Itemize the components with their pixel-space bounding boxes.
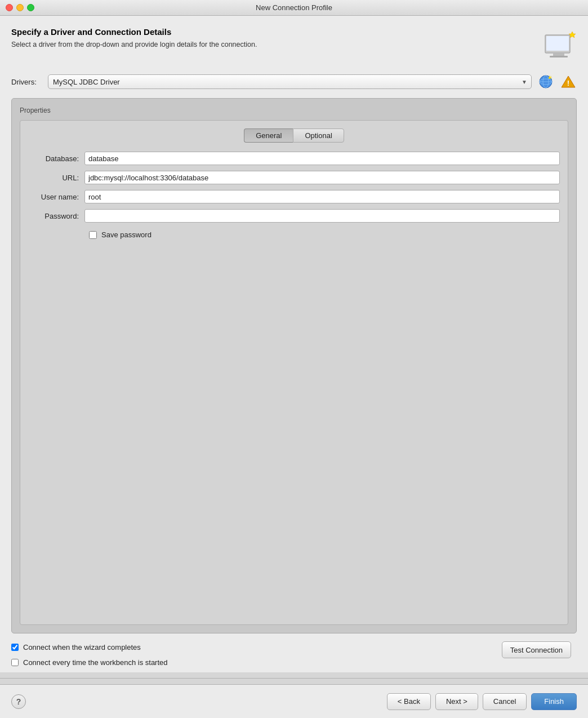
tab-general[interactable]: General: [244, 128, 293, 143]
username-label: User name:: [28, 193, 84, 201]
page-title: Specify a Driver and Connection Details: [11, 27, 257, 37]
svg-rect-1: [546, 36, 569, 51]
drivers-row: Drivers: MySQL JDBC Driver PostgreSQL JD…: [11, 73, 577, 90]
minimize-button[interactable]: [16, 4, 24, 11]
save-password-label: Save password: [101, 231, 152, 239]
connect-complete-label: Connect when the wizard completes: [23, 643, 141, 651]
database-row: Database:: [28, 152, 560, 165]
connection-options: Connect when the wizard completes Test C…: [11, 633, 577, 672]
svg-line-12: [551, 76, 551, 77]
page-description: Select a driver from the drop-down and p…: [11, 40, 257, 50]
connect-complete-row: Connect when the wizard completes Test C…: [11, 641, 577, 658]
cancel-button[interactable]: Cancel: [483, 693, 527, 710]
warning-icon: !: [561, 74, 576, 89]
main-content: Specify a Driver and Connection Details …: [0, 16, 588, 672]
password-input[interactable]: [84, 209, 560, 223]
header-text: Specify a Driver and Connection Details …: [11, 27, 257, 50]
drivers-select[interactable]: MySQL JDBC Driver PostgreSQL JDBC Driver…: [48, 74, 532, 89]
divider: [0, 678, 588, 679]
connect-start-checkbox[interactable]: [11, 659, 19, 666]
button-bar: ? < Back Next > Cancel Finish: [0, 684, 588, 718]
drivers-label: Drivers:: [11, 78, 42, 86]
globe-icon: [538, 74, 553, 89]
svg-rect-3: [550, 56, 568, 57]
svg-rect-2: [553, 53, 564, 56]
maximize-button[interactable]: [27, 4, 34, 11]
tabs-row: General Optional: [28, 128, 560, 143]
password-row: Password:: [28, 209, 560, 223]
url-label: URL:: [28, 174, 84, 182]
properties-panel: Properties General Optional Database: UR…: [11, 98, 577, 633]
title-bar: New Connection Profile: [0, 0, 588, 16]
back-button[interactable]: < Back: [387, 693, 431, 710]
driver-warning-button[interactable]: !: [560, 73, 577, 90]
url-input[interactable]: [84, 171, 560, 184]
close-button[interactable]: [6, 4, 13, 11]
help-button[interactable]: ?: [11, 694, 26, 709]
driver-globe-button[interactable]: [537, 73, 554, 90]
drivers-select-wrapper: MySQL JDBC Driver PostgreSQL JDBC Driver…: [48, 74, 532, 89]
username-input[interactable]: [84, 190, 560, 203]
connect-complete-option: Connect when the wizard completes: [11, 643, 141, 651]
connect-start-row: Connect every time the workbench is star…: [11, 658, 577, 667]
window-title: New Connection Profile: [256, 3, 332, 12]
database-label: Database:: [28, 154, 84, 163]
connect-start-label: Connect every time the workbench is star…: [23, 658, 168, 667]
svg-text:!: !: [567, 79, 569, 87]
url-row: URL:: [28, 171, 560, 184]
wizard-icon-svg: [541, 27, 577, 63]
finish-button[interactable]: Finish: [531, 693, 577, 710]
tab-optional[interactable]: Optional: [293, 128, 344, 143]
save-password-checkbox[interactable]: [89, 231, 97, 239]
svg-point-9: [549, 77, 551, 79]
traffic-lights: [6, 4, 34, 11]
properties-inner: General Optional Database: URL: User nam…: [20, 120, 568, 625]
password-label: Password:: [28, 212, 84, 220]
connect-complete-checkbox[interactable]: [11, 644, 19, 651]
next-button[interactable]: Next >: [435, 693, 478, 710]
test-connection-button[interactable]: Test Connection: [502, 641, 571, 658]
save-password-row: Save password: [89, 231, 560, 239]
username-row: User name:: [28, 190, 560, 203]
wizard-icon: [541, 27, 577, 63]
header-section: Specify a Driver and Connection Details …: [11, 27, 577, 63]
database-input[interactable]: [84, 152, 560, 165]
properties-label: Properties: [20, 107, 568, 114]
